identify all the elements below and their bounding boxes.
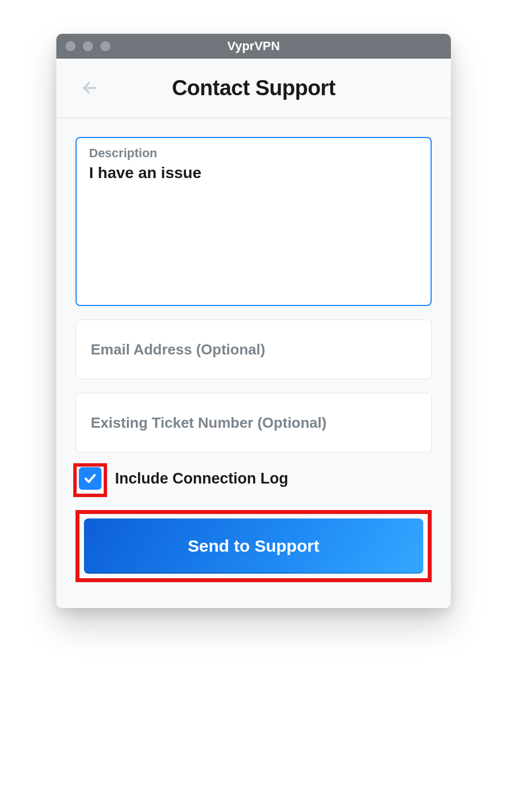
- description-input[interactable]: I have an issue: [89, 164, 418, 182]
- description-field[interactable]: Description I have an issue: [76, 137, 432, 306]
- ticket-field-wrap: [76, 393, 432, 453]
- ticket-field[interactable]: [91, 414, 416, 432]
- email-field[interactable]: [91, 341, 416, 358]
- check-icon: [83, 472, 97, 485]
- include-log-label: Include Connection Log: [115, 470, 288, 487]
- page-header: Contact Support: [56, 59, 451, 118]
- email-field-wrap: [76, 320, 432, 379]
- send-to-support-button[interactable]: Send to Support: [84, 518, 423, 574]
- form-content: Description I have an issue Include Conn…: [56, 118, 451, 608]
- app-window: VyprVPN Contact Support Description I ha…: [56, 34, 451, 608]
- window-title: VyprVPN: [56, 39, 451, 54]
- include-log-row: Include Connection Log: [76, 467, 432, 490]
- submit-highlight: Send to Support: [76, 510, 432, 582]
- page-title: Contact Support: [56, 76, 451, 100]
- include-log-checkbox[interactable]: [79, 467, 101, 490]
- description-label: Description: [89, 146, 418, 161]
- title-bar: VyprVPN: [56, 34, 451, 59]
- back-button[interactable]: [79, 77, 100, 99]
- arrow-left-icon: [81, 79, 98, 96]
